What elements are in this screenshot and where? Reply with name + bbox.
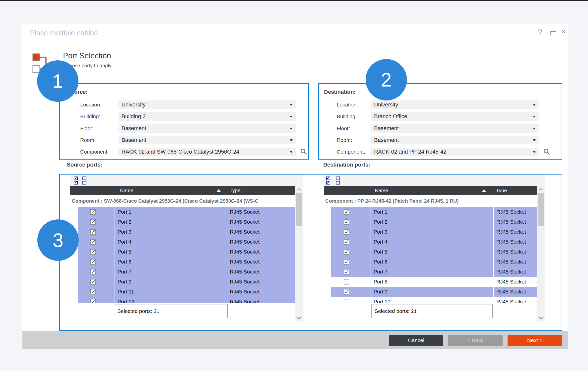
scrollbar-thumb[interactable] — [538, 193, 544, 226]
port-checkbox[interactable] — [90, 249, 96, 255]
port-row[interactable]: Port 4 RJ45 Socket — [70, 237, 295, 247]
cancel-button[interactable]: Cancel — [389, 335, 443, 346]
row-body[interactable]: Port 5 RJ45 Socket — [331, 247, 537, 257]
row-body[interactable]: Port 7 RJ45 Socket — [78, 267, 295, 277]
row-body[interactable]: Port 3 RJ45 Socket — [78, 227, 295, 237]
chevron-down-icon[interactable] — [290, 151, 293, 153]
port-row[interactable]: Port 1 RJ45 Socket — [324, 207, 537, 217]
row-body[interactable]: Port 11 RJ45 Socket — [78, 287, 295, 297]
port-row[interactable]: Port 3 RJ45 Socket — [70, 227, 295, 237]
sort-asc-icon[interactable] — [482, 189, 486, 192]
port-checkbox[interactable] — [90, 239, 96, 245]
port-row[interactable]: Port 2 RJ45 Socket — [324, 217, 537, 227]
row-body[interactable]: Port 4 RJ45 Socket — [331, 237, 537, 247]
port-row[interactable]: Port 3 RJ45 Socket — [324, 227, 537, 237]
port-row[interactable]: Port 7 RJ45 Socket — [324, 267, 537, 277]
port-checkbox[interactable] — [344, 259, 349, 265]
column-header-type[interactable]: Type — [230, 186, 240, 195]
search-icon[interactable] — [543, 148, 550, 155]
port-row[interactable]: Port 9 RJ45 Socket — [324, 287, 537, 297]
chevron-down-icon[interactable] — [533, 116, 536, 118]
port-row[interactable]: Port 6 RJ45 Socket — [324, 257, 537, 267]
port-checkbox[interactable] — [90, 269, 96, 275]
row-body[interactable]: Port 9 RJ45 Socket — [331, 287, 537, 297]
column-header-name[interactable]: Name — [120, 186, 133, 195]
chevron-down-icon[interactable] — [290, 116, 293, 118]
chevron-down-icon[interactable] — [533, 139, 536, 141]
search-icon[interactable] — [300, 148, 307, 155]
select-all-icon[interactable] — [74, 177, 78, 185]
scroll-down-icon[interactable] — [539, 317, 543, 320]
column-header-name[interactable]: Name — [375, 186, 388, 195]
port-row[interactable]: Port 7 RJ45 Socket — [70, 267, 295, 277]
port-row[interactable]: Port 11 RJ45 Socket — [70, 287, 295, 297]
scroll-up-icon[interactable] — [297, 188, 301, 191]
row-body[interactable]: Port 2 RJ45 Socket — [331, 217, 537, 227]
chevron-down-icon[interactable] — [533, 104, 536, 106]
room-dropdown[interactable]: Basement — [119, 136, 296, 144]
scroll-down-icon[interactable] — [297, 317, 301, 320]
port-checkbox[interactable] — [90, 209, 96, 215]
maximize-icon[interactable] — [550, 31, 556, 35]
port-row[interactable]: Port 9 RJ45 Socket — [70, 277, 295, 287]
port-checkbox[interactable] — [344, 219, 349, 225]
chevron-down-icon[interactable] — [533, 151, 536, 153]
row-body[interactable]: Port 2 RJ45 Socket — [78, 217, 295, 227]
building-dropdown[interactable]: Building 2 — [119, 112, 296, 121]
port-row[interactable]: Port 5 RJ45 Socket — [70, 247, 295, 257]
chevron-down-icon[interactable] — [290, 104, 293, 106]
port-checkbox[interactable] — [90, 299, 96, 303]
port-row[interactable]: Port 8 RJ45 Socket — [324, 277, 537, 287]
source-ports-list[interactable]: Port 1 RJ45 Socket Port 2 RJ45 Socket Po… — [70, 207, 295, 303]
row-body[interactable]: Port 1 RJ45 Socket — [331, 207, 537, 217]
sort-asc-icon[interactable] — [217, 189, 221, 192]
port-checkbox[interactable] — [90, 219, 96, 225]
next-button[interactable]: Next > — [508, 335, 562, 346]
port-checkbox[interactable] — [344, 239, 349, 245]
port-row[interactable]: Port 2 RJ45 Socket — [70, 217, 295, 227]
deselect-all-icon[interactable] — [82, 177, 86, 185]
row-body[interactable]: Port 6 RJ45 Socket — [331, 257, 537, 267]
port-checkbox[interactable] — [344, 269, 349, 275]
port-checkbox[interactable] — [90, 279, 96, 284]
chevron-down-icon[interactable] — [290, 139, 293, 141]
chevron-down-icon[interactable] — [290, 128, 293, 130]
scroll-up-icon[interactable] — [539, 188, 543, 191]
source-ports-scrollbar[interactable] — [295, 186, 303, 322]
floor-dropdown[interactable]: Basement — [371, 124, 539, 133]
scrollbar-thumb[interactable] — [296, 193, 302, 226]
port-checkbox[interactable] — [90, 229, 96, 235]
row-body[interactable]: Port 3 RJ45 Socket — [331, 227, 537, 237]
row-body[interactable]: Port 5 RJ45 Socket — [78, 247, 295, 257]
close-icon[interactable]: × — [561, 27, 566, 36]
row-body[interactable]: Port 4 RJ45 Socket — [78, 237, 295, 247]
select-all-icon[interactable] — [326, 177, 330, 185]
port-checkbox[interactable] — [344, 279, 349, 284]
row-body[interactable]: Port 9 RJ45 Socket — [78, 277, 295, 287]
chevron-down-icon[interactable] — [533, 128, 536, 130]
component-dropdown[interactable]: RACK-02 and PP 24 RJ45-42 — [371, 148, 539, 156]
port-row[interactable]: Port 5 RJ45 Socket — [324, 247, 537, 257]
port-checkbox[interactable] — [344, 249, 349, 255]
port-row[interactable]: Port 6 RJ45 Socket — [70, 257, 295, 267]
row-body[interactable]: Port 13 RJ45 Socket — [78, 297, 295, 303]
component-dropdown[interactable]: RACK-02 and SW-068-Cisco Catalyst 2950G-… — [119, 148, 296, 156]
port-checkbox[interactable] — [344, 299, 349, 303]
row-body[interactable]: Port 8 RJ45 Socket — [331, 277, 537, 287]
port-row[interactable]: Port 1 RJ45 Socket — [70, 207, 295, 217]
port-checkbox[interactable] — [344, 209, 349, 215]
port-checkbox[interactable] — [344, 289, 349, 294]
destination-ports-list[interactable]: Port 1 RJ45 Socket Port 2 RJ45 Socket Po… — [324, 207, 537, 303]
row-body[interactable]: Port 7 RJ45 Socket — [331, 267, 537, 277]
port-row[interactable]: Port 13 RJ45 Socket — [70, 297, 295, 303]
back-button[interactable]: < Back — [448, 335, 503, 346]
port-checkbox[interactable] — [90, 289, 96, 294]
row-body[interactable]: Port 10 RJ45 Socket — [331, 297, 537, 303]
building-dropdown[interactable]: Branch Office — [371, 112, 539, 121]
row-body[interactable]: Port 6 RJ45 Socket — [78, 257, 295, 267]
port-checkbox[interactable] — [90, 259, 96, 265]
location-dropdown[interactable]: University — [119, 100, 296, 109]
port-row[interactable]: Port 10 RJ45 Socket — [324, 297, 537, 303]
floor-dropdown[interactable]: Basement — [119, 124, 296, 133]
column-header-type[interactable]: Type — [496, 186, 507, 195]
